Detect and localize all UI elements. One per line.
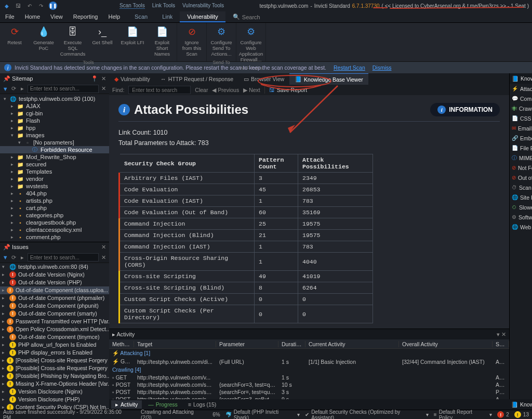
top-tool-scan[interactable]: Scan Tools	[119, 3, 145, 9]
rail-item[interactable]: 🌐Web Pa	[510, 222, 532, 232]
rail-item[interactable]: 🌐Site Prof	[510, 192, 532, 202]
activity-row[interactable]: ▫ POSThttp://testphp.vulnweb.com/se...{s…	[109, 381, 509, 388]
tab-knowledge-base[interactable]: 📘Knowledge Base Viewer	[289, 73, 368, 85]
tab-browser[interactable]: ▭Browser View	[238, 73, 289, 85]
find-clear[interactable]: Clear	[195, 87, 208, 93]
tree-item[interactable]: ▸📁cgi-bin	[0, 110, 109, 117]
top-tool-vuln[interactable]: Vulnerability Tools	[182, 3, 224, 9]
activity-row[interactable]: ▫ POSThttp://testphp.vulnweb.com/se...{s…	[109, 388, 509, 396]
find-prev[interactable]: ◀ Previous	[212, 87, 239, 93]
tree-item[interactable]: ⓘForbidden Resource	[0, 146, 109, 153]
ribbon-generate-poc[interactable]: 💧Generate PoC	[29, 23, 58, 59]
tree-item[interactable]: ▸📁Mod_Rewrite_Shop	[0, 153, 109, 161]
ribbon-exec-sql[interactable]: 🗄Execute SQL Commands	[58, 23, 87, 59]
issue-item[interactable]: ▸!Out-of-date Component (phpunit)	[0, 302, 109, 310]
find-input[interactable]	[128, 86, 191, 94]
issue-item[interactable]: ▸!Missing X-Frame-Options Header [Var...	[0, 380, 109, 388]
tab-logs[interactable]: ≡ Logs (15)	[184, 400, 221, 409]
issue-item[interactable]: ▸![Possible] Cross-site Request Forgery …	[0, 364, 109, 372]
restart-scan-link[interactable]: Restart Scan	[334, 64, 365, 71]
tab-vulnerability[interactable]: ◆Vulnerability	[109, 73, 155, 85]
find-next[interactable]: ▶ Next	[243, 87, 260, 93]
status-shark[interactable]: 🐬 Default (PHP Invicti Shark) ▾	[225, 409, 300, 420]
tree-root[interactable]: ▾🌐testphp.vulnweb.com:80 (100)	[0, 95, 109, 102]
tab-activity[interactable]: ▸ Activity	[111, 400, 142, 409]
ribbon-exploit-lfi[interactable]: 📄Exploit LFI	[117, 23, 148, 59]
tree-item[interactable]: ▸▪categories.php	[0, 212, 109, 219]
menu-file[interactable]: File	[0, 11, 20, 22]
issue-item[interactable]: ▸!Out-of-date Version (PHP)	[0, 279, 109, 286]
rail-item[interactable]: ⚙Softwar	[510, 212, 532, 222]
issues-list[interactable]: ▾🌐testphp.vulnweb.com:80 (84)▸!Out-of-da…	[0, 263, 109, 410]
rail-item[interactable]: ⊘Not Fou	[510, 163, 532, 173]
issue-item[interactable]: ▸!Out-of-date Component (class.uploa...	[0, 286, 109, 294]
filter-icon[interactable]: ▼	[2, 253, 8, 261]
issues-root[interactable]: ▾🌐testphp.vulnweb.com:80 (84)	[0, 263, 109, 271]
activity-row[interactable]: ⚡ GEThttp://testphp.vulnweb.com/di...(Fu…	[109, 358, 509, 365]
tree-item[interactable]: ▾▫[No parameters]	[0, 139, 109, 146]
ribbon-search[interactable]: 🔍Search	[229, 11, 264, 22]
issue-item[interactable]: ▸!PHP allow_url_fopen Is Enabled	[0, 341, 109, 349]
expand-icon[interactable]: ▸	[19, 85, 25, 93]
issue-item[interactable]: ▸!Out-of-date Component (tinymce)	[0, 333, 109, 341]
close-icon[interactable]: ✕	[101, 244, 106, 251]
ribbon-tab-scan[interactable]: Scan	[127, 11, 155, 22]
tree-item[interactable]: ▸📁hpp	[0, 124, 109, 132]
menu-view[interactable]: View	[45, 11, 68, 22]
tree-item[interactable]: ▸▪artists.php	[0, 197, 109, 204]
rail-item[interactable]: 🔗Embedd	[510, 133, 532, 143]
sitemap-search-input[interactable]	[28, 85, 99, 93]
tab-http[interactable]: ↔HTTP Request / Response	[155, 73, 238, 85]
tree-item[interactable]: ▸▪clearguestbook.php	[0, 219, 109, 226]
issue-item[interactable]: ▸!PHP display_errors Is Enabled	[0, 349, 109, 357]
rail-item[interactable]: ⓘMIME T	[510, 153, 532, 163]
ribbon-configure-waf[interactable]: ⚙Configure Web Application Firewall...	[236, 23, 265, 64]
tree-item[interactable]: ▸📁vendor	[0, 175, 109, 182]
activity-row[interactable]: ▫ GEThttp://testphp.vulnweb.com/v...1 sA…	[109, 374, 509, 381]
tree-item[interactable]: ▸📁Templates	[0, 168, 109, 175]
ribbon-get-shell[interactable]: ›_Get Shell	[87, 23, 117, 59]
status-checks[interactable]: ✔ Default Security Checks (Optimized by …	[305, 409, 429, 420]
ribbon-tab-link[interactable]: Link	[155, 11, 180, 22]
activity-row[interactable]: ▫ POSThttp://testphp.vulnweb.com/se...{s…	[109, 396, 509, 399]
dismiss-link[interactable]: Dismiss	[373, 64, 392, 71]
rail-item[interactable]: ⚡Attack P	[510, 84, 532, 94]
issue-item[interactable]: ▸![Possible] Cross-site Request Forgery …	[0, 357, 109, 364]
expand-icon[interactable]: ▸	[19, 253, 25, 261]
close-icon[interactable]: ✕	[101, 75, 106, 82]
rail-item[interactable]: 📄CSS File	[510, 113, 532, 123]
ribbon-configure-send[interactable]: ⚙Configure Send To Actions...	[207, 23, 236, 59]
pin-icon[interactable]: 📌	[3, 244, 10, 250]
menu-reporting[interactable]: Reporting	[68, 11, 103, 22]
tree-item[interactable]: ▸▪comment.php	[0, 233, 109, 241]
rail-item[interactable]: 💬Comme	[510, 94, 532, 103]
tree-item[interactable]: ▸📁secured	[0, 161, 109, 168]
ribbon-ignore-scan[interactable]: ⊘Ignore from this Scan	[177, 23, 206, 59]
rail-item[interactable]: ⏲Slowest	[510, 202, 532, 212]
issue-item[interactable]: ▸!Open Policy Crossdomain.xml Detect...	[0, 325, 109, 333]
tree-item[interactable]: ▸📁wvstests	[0, 182, 109, 190]
undo-icon[interactable]: ↶	[26, 2, 33, 9]
tab-progress[interactable]: — Progress	[144, 400, 182, 409]
rail-item[interactable]: 🕷Crawling	[510, 103, 532, 113]
refresh-icon[interactable]: ⟳	[10, 253, 17, 261]
tree-item[interactable]: ▸▪clientaccesspolicy.xml	[0, 226, 109, 233]
ribbon-retest[interactable]: ⟳Retest	[0, 23, 29, 59]
redo-icon[interactable]: ↷	[37, 2, 45, 9]
top-tool-link[interactable]: Link Tools	[152, 3, 175, 9]
issue-item[interactable]: ▸!Out-of-date Component (smarty)	[0, 310, 109, 318]
sitemap-tree[interactable]: ▾🌐testphp.vulnweb.com:80 (100)▸📁AJAX▸📁cg…	[0, 94, 109, 242]
issue-item[interactable]: ▸!Out-of-date Component (phpmailer)	[0, 294, 109, 302]
issue-item[interactable]: ▸![Possible] Phishing by Navigating Bro.…	[0, 372, 109, 380]
rail-item[interactable]: 📄File Exte	[510, 143, 532, 153]
tree-item[interactable]: ▸📁AJAX	[0, 102, 109, 110]
ribbon-exploit-shortnames[interactable]: 📄Exploit Short Names	[148, 23, 177, 59]
tree-item[interactable]: ▸▪404.php	[0, 190, 109, 197]
issue-item[interactable]: ▸!Version Disclosure (PHP)	[0, 396, 109, 403]
issue-item[interactable]: ▸!Out-of-date Version (Nginx)	[0, 271, 109, 279]
save-icon[interactable]: 🖫	[15, 2, 22, 9]
save-report-button[interactable]: 🖫Save Report	[269, 87, 307, 93]
clear-icon[interactable]: ✕	[101, 85, 107, 93]
refresh-icon[interactable]: ⟳	[10, 85, 17, 93]
pin-icon[interactable]: ▾	[497, 331, 500, 337]
